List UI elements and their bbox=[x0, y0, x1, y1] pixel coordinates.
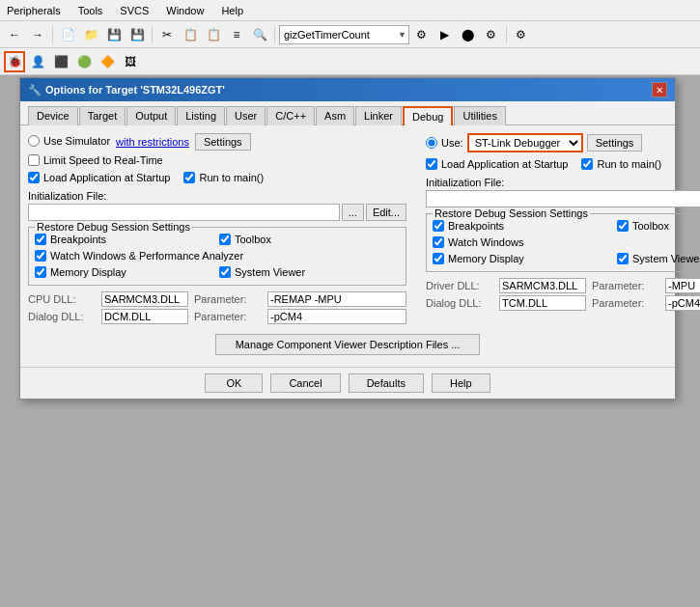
menu-tools[interactable]: Tools bbox=[75, 4, 106, 17]
back-button[interactable]: ← bbox=[4, 24, 25, 45]
toolbox-checkbox-left[interactable] bbox=[219, 234, 231, 245]
limit-speed-checkbox[interactable] bbox=[28, 154, 40, 166]
memory-display-checkbox-right[interactable] bbox=[433, 253, 444, 264]
right-settings-button[interactable]: Settings bbox=[587, 134, 643, 152]
driver-dll-label: Driver DLL: bbox=[426, 280, 493, 291]
dialog-dll-input-right[interactable] bbox=[499, 295, 586, 311]
paste-button[interactable]: 📋 bbox=[203, 24, 224, 45]
multi-button[interactable]: 🖼 bbox=[120, 51, 141, 72]
stop-button[interactable]: ⬤ bbox=[458, 24, 479, 45]
toolbox-row-right: Toolbox bbox=[617, 220, 700, 232]
tab-listing[interactable]: Listing bbox=[177, 106, 225, 125]
system-viewer-checkbox-left[interactable] bbox=[219, 266, 231, 278]
halt-button[interactable]: ⬛ bbox=[50, 51, 71, 72]
browse-button-left[interactable]: ... bbox=[342, 204, 364, 221]
run-button[interactable]: ▶ bbox=[434, 24, 456, 45]
cut-button[interactable]: ✂ bbox=[156, 24, 178, 45]
two-column-layout: Use Simulator with restrictions Settings… bbox=[28, 133, 667, 328]
memory-display-row-left: Memory Display bbox=[35, 266, 215, 278]
simulator-row: Use Simulator with restrictions Settings bbox=[28, 133, 406, 151]
tab-output[interactable]: Output bbox=[126, 106, 176, 125]
copy-button[interactable]: 📋 bbox=[180, 24, 201, 45]
function-dropdown[interactable]: gizGetTimerCount ▼ bbox=[279, 25, 409, 44]
tab-device[interactable]: Device bbox=[28, 106, 78, 125]
config-button[interactable]: ⚙ bbox=[481, 24, 502, 45]
dialog-dll-input-left[interactable] bbox=[101, 309, 188, 324]
restore-title-left: Restore Debug Session Settings bbox=[35, 221, 192, 233]
cpu-dll-input[interactable] bbox=[101, 291, 188, 307]
indent-button[interactable]: ≡ bbox=[226, 24, 247, 45]
separator-3 bbox=[274, 26, 275, 43]
toolbox-label-right: Toolbox bbox=[632, 220, 669, 232]
tab-cpp[interactable]: C/C++ bbox=[266, 106, 315, 125]
close-button[interactable]: ✕ bbox=[652, 82, 667, 97]
init-file-input-right[interactable] bbox=[426, 190, 700, 207]
cancel-button[interactable]: Cancel bbox=[270, 373, 340, 393]
tab-debug[interactable]: Debug bbox=[403, 106, 453, 125]
driver-param-input[interactable] bbox=[665, 278, 700, 293]
run-main-checkbox[interactable] bbox=[183, 172, 195, 183]
ok-button[interactable]: OK bbox=[205, 373, 263, 393]
system-viewer-row-right: System Viewer bbox=[617, 253, 700, 264]
breakpoints-checkbox-right[interactable] bbox=[433, 220, 444, 232]
save-all-button[interactable]: 💾 bbox=[126, 24, 148, 45]
menu-peripherals[interactable]: Peripherals bbox=[4, 4, 64, 17]
new-button[interactable]: 📄 bbox=[57, 24, 78, 45]
green-dot-button[interactable]: 🟢 bbox=[73, 51, 95, 72]
cpu-param-input[interactable] bbox=[267, 291, 406, 307]
menu-svcs[interactable]: SVCS bbox=[117, 4, 152, 17]
driver-param-label: Parameter: bbox=[592, 280, 659, 291]
memory-display-checkbox-left[interactable] bbox=[35, 266, 46, 278]
tab-target[interactable]: Target bbox=[79, 106, 126, 125]
build-button[interactable]: ⚙ bbox=[411, 24, 433, 45]
simulator-radio[interactable] bbox=[28, 135, 40, 147]
dialog-title-bar: 🔧 Options for Target 'STM32L496ZGT' ✕ bbox=[20, 78, 675, 101]
tab-linker[interactable]: Linker bbox=[355, 106, 402, 125]
step-button[interactable]: 👤 bbox=[27, 51, 48, 72]
orange-arrow-button[interactable]: 🔶 bbox=[97, 51, 118, 72]
driver-dll-input[interactable] bbox=[499, 278, 586, 293]
tab-asm[interactable]: Asm bbox=[316, 106, 354, 125]
left-settings-button[interactable]: Settings bbox=[195, 133, 251, 151]
toolbox-checkbox-right[interactable] bbox=[617, 220, 629, 232]
dialog-dll-row-right: Dialog DLL: Parameter: bbox=[426, 295, 700, 311]
memory-display-label-right: Memory Display bbox=[448, 253, 524, 264]
system-viewer-label-left: System Viewer bbox=[235, 266, 305, 278]
tab-utilities[interactable]: Utilities bbox=[454, 106, 505, 125]
edit-button-left[interactable]: Edit... bbox=[366, 204, 406, 221]
load-app-checkbox-right[interactable] bbox=[426, 158, 437, 170]
defaults-button[interactable]: Defaults bbox=[349, 373, 424, 393]
init-file-input[interactable] bbox=[28, 204, 340, 221]
search-button[interactable]: 🔍 bbox=[249, 24, 270, 45]
separator-4 bbox=[506, 26, 507, 43]
breakpoints-row-right: Breakpoints bbox=[433, 220, 613, 232]
watch-windows-checkbox-right[interactable] bbox=[433, 236, 444, 248]
watch-windows-label-left: Watch Windows & Performance Analyzer bbox=[50, 250, 243, 262]
system-viewer-checkbox-right[interactable] bbox=[617, 253, 629, 264]
menu-window[interactable]: Window bbox=[163, 4, 207, 17]
run-main-checkbox-right[interactable] bbox=[581, 158, 593, 170]
limit-speed-label: Limit Speed to Real-Time bbox=[43, 154, 163, 166]
open-button[interactable]: 📁 bbox=[80, 24, 101, 45]
menu-help[interactable]: Help bbox=[218, 4, 246, 17]
save-button[interactable]: 💾 bbox=[103, 24, 125, 45]
debug-highlighted-button[interactable]: 🐞 bbox=[4, 51, 25, 72]
breakpoints-checkbox-left[interactable] bbox=[35, 234, 46, 245]
dropdown-text: gizGetTimerCount bbox=[282, 29, 398, 41]
restore-checkboxes-right: Breakpoints Toolbox Watch Windows bbox=[433, 220, 700, 267]
watch-windows-checkbox-left[interactable] bbox=[35, 250, 46, 262]
restrictions-link[interactable]: with restrictions bbox=[116, 136, 189, 148]
help-button[interactable]: Help bbox=[432, 373, 490, 393]
dialog-param-input-right[interactable] bbox=[665, 295, 700, 311]
load-app-checkbox[interactable] bbox=[28, 172, 40, 183]
tab-user[interactable]: User bbox=[226, 106, 266, 125]
dialog-dll-label-right: Dialog DLL: bbox=[426, 297, 493, 309]
dialog-param-input-left[interactable] bbox=[267, 309, 406, 324]
forward-button[interactable]: → bbox=[27, 24, 48, 45]
settings-gear-button[interactable]: ⚙ bbox=[511, 24, 532, 45]
cpu-dll-section: CPU DLL: Parameter: Dialog DLL: Paramete… bbox=[28, 291, 406, 324]
debugger-select[interactable]: ST-Link Debugger bbox=[467, 133, 583, 152]
manage-button[interactable]: Manage Component Viewer Description File… bbox=[215, 334, 481, 355]
cpu-dll-label: CPU DLL: bbox=[28, 293, 96, 305]
use-radio[interactable] bbox=[426, 137, 437, 149]
